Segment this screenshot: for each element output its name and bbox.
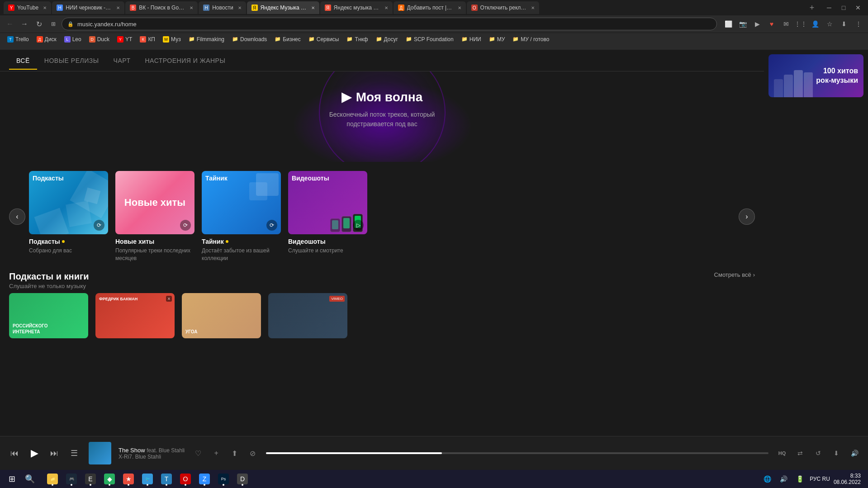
play-pause-button[interactable]: ▶: [27, 446, 42, 460]
shuffle-button[interactable]: ⇄: [794, 447, 806, 460]
card-videoshoty[interactable]: Видеошоты ▷ Видеошоты Слушайте и смотрит…: [288, 171, 367, 262]
tab-close-tab-youtube[interactable]: ✕: [43, 5, 47, 10]
tab-close-tab-yandex-banner[interactable]: ✕: [384, 5, 388, 10]
tab-chart[interactable]: ЧАРТ: [106, 52, 138, 70]
book-card-2[interactable]: ФРЕДРИК БАКМАН X: [95, 293, 175, 338]
book-card-4[interactable]: VIMEO: [268, 293, 347, 338]
close-window-button[interactable]: ✕: [852, 1, 864, 14]
hq-button[interactable]: HQ: [776, 447, 788, 460]
download-nav-icon[interactable]: ⬇: [838, 18, 850, 30]
bookmark-filmmaking[interactable]: 📁Filmmaking: [185, 35, 228, 43]
taskbar-app-app6[interactable]: 🐦: [138, 471, 157, 487]
volume-button[interactable]: 🔊: [848, 447, 861, 460]
taskbar-app-zoom[interactable]: Z: [195, 471, 213, 487]
taskbar-volume-icon[interactable]: 🔊: [777, 473, 790, 485]
new-tab-button[interactable]: +: [806, 1, 818, 14]
section-view-all-link[interactable]: Смотреть всё ›: [714, 271, 755, 278]
tab-tab-pikab[interactable]: ДДобавить пост | Пикабу✕: [394, 1, 466, 14]
bookmark-biz[interactable]: 📁Бизнес: [271, 35, 304, 43]
mail-icon[interactable]: ✉: [780, 18, 792, 30]
tab-tab-google-doc[interactable]: ННИИ черновик - Google ...✕: [52, 1, 124, 14]
heart-icon[interactable]: ♥: [766, 18, 778, 30]
card-newhits[interactable]: Новые хиты ⟳ Новые хиты Популярные треки…: [115, 171, 194, 262]
tab-tab-adblock[interactable]: ООтключить рекламу - Ян...✕: [467, 1, 539, 14]
bookmark-trello[interactable]: TTrello: [4, 35, 33, 43]
bookmark-leo[interactable]: LLeo: [61, 35, 85, 43]
address-bar[interactable]: 🔒 music.yandex.ru/home: [62, 18, 717, 30]
tab-tab-google-search[interactable]: ВВК - Поиск в Google✕: [125, 1, 198, 14]
bookmark-duck[interactable]: DDuck: [85, 35, 113, 43]
book-card-1[interactable]: РОССИЙСКОГОИНТЕРНЕТА: [9, 293, 88, 338]
home-button[interactable]: ⊞: [47, 18, 60, 30]
tab-close-tab-yandex-music[interactable]: ✕: [311, 5, 315, 10]
tab-moods[interactable]: НАСТРОЕНИЯ И ЖАНРЫ: [138, 52, 233, 70]
taskbar-app-app4[interactable]: ◆: [100, 471, 119, 487]
back-button[interactable]: ←: [4, 18, 16, 30]
taskbar-app-ps[interactable]: Ps: [214, 471, 232, 487]
start-button[interactable]: ⊞: [4, 471, 20, 487]
taskbar-app-app7[interactable]: T: [157, 471, 175, 487]
forward-button[interactable]: →: [18, 18, 31, 30]
taskbar-battery-icon[interactable]: 🔋: [793, 473, 806, 485]
tab-close-tab-google-search[interactable]: ✕: [190, 5, 193, 10]
tab-close-tab-vk-news[interactable]: ✕: [238, 5, 242, 10]
hero-title[interactable]: ▶ Моя волна: [342, 90, 423, 104]
repeat-button[interactable]: ↺: [812, 447, 825, 460]
bookmark-muready[interactable]: 📁МУ / готово: [509, 35, 553, 43]
ad-banner[interactable]: 100 хитов рок-музыки: [768, 54, 863, 97]
tab-tab-yandex-banner[interactable]: ЯЯндекс музыка баннер р...✕: [320, 1, 393, 14]
bookmark-dosug[interactable]: 📁Досуг: [372, 35, 402, 43]
like-button[interactable]: ♡: [192, 447, 204, 460]
camera-icon[interactable]: 📷: [737, 18, 749, 30]
carousel-prev-button[interactable]: ‹: [9, 208, 25, 225]
tab-close-tab-pikab[interactable]: ✕: [458, 5, 461, 10]
next-track-button[interactable]: ⏭: [47, 446, 62, 460]
card-podcasts[interactable]: Подкасты ⟳ Подкасты: [29, 171, 108, 262]
taskbar-app-epic[interactable]: E: [81, 471, 100, 487]
bookmark-scp[interactable]: 📁SCP Foundation: [402, 35, 457, 43]
add-to-playlist-button[interactable]: +: [210, 447, 223, 460]
tab-close-tab-google-doc[interactable]: ✕: [116, 5, 120, 10]
taskbar-clock: 8:33 08.06.2022: [834, 473, 861, 485]
tab-tab-yandex-music[interactable]: ЯЯндекс Музыка — собир...✕: [247, 1, 319, 14]
taskbar-network-icon[interactable]: 🌐: [761, 473, 773, 485]
bookmark-nii[interactable]: 📁НИИ: [458, 35, 485, 43]
queue-button[interactable]: ☰: [67, 446, 81, 460]
star-icon[interactable]: ☆: [824, 18, 835, 30]
bookmark-yt[interactable]: YYT: [114, 35, 136, 43]
tab-new-releases[interactable]: НОВЫЕ РЕЛИЗЫ: [37, 52, 106, 70]
taskbar-app-doom[interactable]: D: [233, 471, 251, 487]
play-icon[interactable]: ▶: [751, 18, 763, 30]
dislike-button[interactable]: ⊘: [246, 447, 259, 460]
bookmark-tnkf[interactable]: 📁Тнкф: [343, 35, 371, 43]
share-button[interactable]: ⬆: [228, 447, 241, 460]
taskbar-app-steam[interactable]: 🎮: [62, 471, 81, 487]
bookmark-disk[interactable]: ДДиск: [33, 35, 60, 43]
profile-icon[interactable]: 👤: [809, 18, 821, 30]
bookmark-serv[interactable]: 📁Сервисы: [305, 35, 343, 43]
restore-button[interactable]: □: [837, 1, 850, 14]
tab-close-tab-adblock[interactable]: ✕: [531, 5, 535, 10]
bookmark-muz[interactable]: ММуз: [159, 35, 185, 43]
taskbar-app-app5[interactable]: ★: [119, 471, 138, 487]
progress-bar[interactable]: [266, 452, 768, 454]
prev-track-button[interactable]: ⏮: [7, 446, 22, 460]
tab-all[interactable]: ВСЁ: [9, 52, 37, 70]
menu-icon[interactable]: ⋮: [853, 18, 864, 30]
tab-tab-vk-news[interactable]: ННовости✕: [199, 1, 246, 14]
reload-button[interactable]: ↻: [33, 18, 45, 30]
cast-icon[interactable]: ⬜: [722, 18, 734, 30]
bookmark-kp[interactable]: ККП: [136, 35, 159, 43]
minimize-button[interactable]: ─: [823, 1, 835, 14]
carousel-next-button[interactable]: ›: [739, 208, 755, 225]
apps-icon[interactable]: ⋮⋮: [795, 18, 806, 30]
card-tajnik[interactable]: Тайник ⟳ Тайник Достаёт забытое из вашей…: [202, 171, 281, 262]
book-card-3[interactable]: УГОА: [182, 293, 261, 338]
taskbar-app-opera[interactable]: O: [176, 471, 194, 487]
bookmark-downloads[interactable]: 📁Downloads: [228, 35, 270, 43]
search-taskbar-button[interactable]: 🔍: [22, 471, 38, 487]
taskbar-app-explorer[interactable]: 📁: [43, 471, 62, 487]
tab-tab-youtube[interactable]: YYouTube✕: [4, 1, 51, 14]
download-track-button[interactable]: ⬇: [830, 447, 843, 460]
bookmark-mu[interactable]: 📁МУ: [485, 35, 509, 43]
